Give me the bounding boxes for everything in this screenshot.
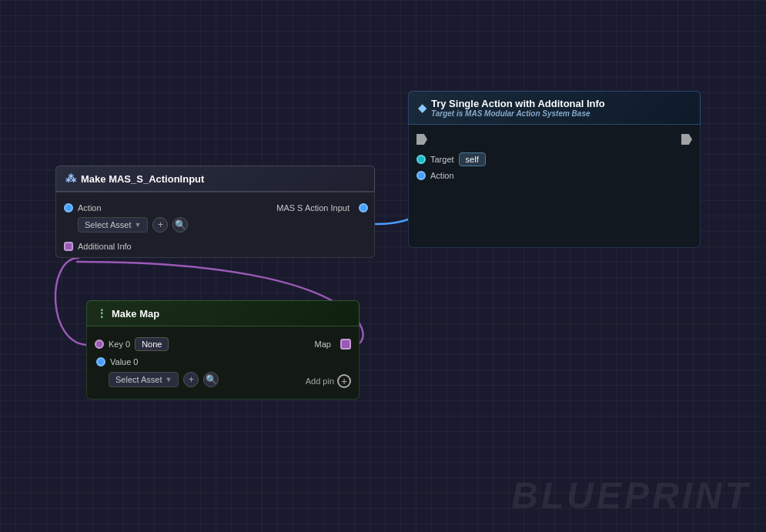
target-pin-row: Target self <box>416 152 692 166</box>
node-make-map-title: Make Map <box>112 308 159 320</box>
exec-out-pin <box>681 134 692 145</box>
action-select-dropdown[interactable]: Select Asset ▼ <box>78 217 148 233</box>
node-make-map-header: ⋮ Make Map <box>86 300 360 326</box>
action-pin <box>64 203 73 212</box>
action-label: Action <box>78 203 102 212</box>
node-make-map: ⋮ Make Map Key 0 None Map Value 0 Select… <box>86 300 360 400</box>
key-value: None <box>135 337 169 351</box>
action-add-btn[interactable]: + <box>152 217 168 233</box>
node-make-mas-header: ⁂ Make MAS_S_ActionInput <box>55 166 375 192</box>
additional-info-pin <box>64 242 73 251</box>
output-label: MAS S Action Input <box>276 203 350 212</box>
try-action-label: Action <box>430 171 454 180</box>
node-make-mas-body: Action MAS S Action Input Select Asset ▼… <box>55 192 375 258</box>
action-pin-row: Action MAS S Action Input <box>64 203 366 212</box>
action-chevron-icon: ▼ <box>135 221 142 229</box>
value-chevron-icon: ▼ <box>166 376 172 383</box>
node-try-single-title: Try Single Action with Additonal Info <box>431 98 605 109</box>
output-pin <box>359 203 368 212</box>
try-action-pin <box>416 171 426 180</box>
add-pin-icon: + <box>337 374 351 388</box>
self-badge: self <box>459 152 486 166</box>
action-search-btn[interactable]: 🔍 <box>172 217 188 233</box>
value-select-row: Select Asset ▼ + 🔍 Add pin + <box>109 371 351 388</box>
add-pin-row[interactable]: Add pin + <box>306 374 351 388</box>
node-make-map-body: Key 0 None Map Value 0 Select Asset ▼ + … <box>86 326 360 400</box>
value-search-btn[interactable]: 🔍 <box>203 372 219 387</box>
node-try-single: ◆ Try Single Action with Additonal Info … <box>408 91 701 248</box>
node-try-single-header: ◆ Try Single Action with Additonal Info … <box>408 91 701 125</box>
target-label: Target <box>430 155 454 164</box>
node-try-single-body: Target self Action <box>408 125 701 248</box>
value-select-value: Select Asset <box>115 375 162 384</box>
exec-row <box>416 131 692 148</box>
try-action-pin-row: Action <box>416 171 692 180</box>
additional-info-label: Additional Info <box>78 242 132 251</box>
add-pin-label: Add pin <box>306 376 334 386</box>
node-make-mas-title: Make MAS_S_ActionInput <box>81 173 204 185</box>
node-make-mas-icon: ⁂ <box>65 172 76 185</box>
exec-in-pin <box>416 134 427 145</box>
action-select-row: Select Asset ▼ + 🔍 <box>78 217 366 233</box>
blueprint-watermark: BLUEPRINT <box>511 474 751 517</box>
target-pin <box>416 155 426 164</box>
node-try-single-subtitle: Target is MAS Modular Action System Base <box>431 109 605 118</box>
value-pin <box>96 357 105 366</box>
map-out-pin <box>340 339 351 350</box>
additional-info-row: Additional Info <box>64 239 366 251</box>
value-add-btn[interactable]: + <box>183 372 199 387</box>
action-select-value: Select Asset <box>85 220 132 229</box>
value-select-dropdown[interactable]: Select Asset ▼ <box>109 372 179 387</box>
value-pin-row: Value 0 <box>95 357 351 366</box>
node-make-map-icon: ⋮ <box>96 307 107 320</box>
key-pin <box>95 340 104 349</box>
key-pin-row: Key 0 None Map <box>95 337 351 351</box>
node-make-mas: ⁂ Make MAS_S_ActionInput Action MAS S Ac… <box>55 166 375 258</box>
key-label: Key 0 <box>109 340 130 349</box>
map-label: Map <box>315 340 331 349</box>
node-try-single-diamond-icon: ◆ <box>418 102 426 114</box>
value-label: Value 0 <box>110 357 139 366</box>
